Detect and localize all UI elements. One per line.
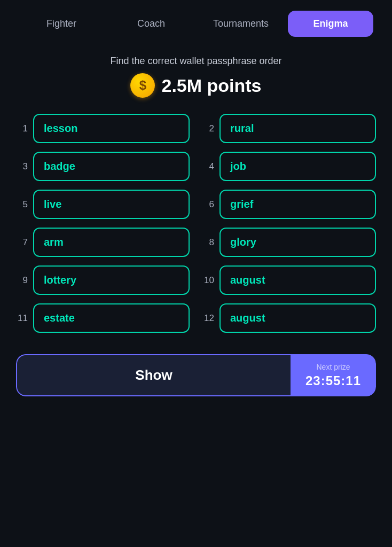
show-button[interactable]: Show bbox=[16, 354, 291, 396]
word-box-8[interactable]: glory bbox=[219, 228, 376, 257]
points-row: $ 2.5M points bbox=[130, 73, 261, 98]
word-item-12: 12august bbox=[202, 303, 376, 333]
subtitle: Find the correct wallet passphrase order bbox=[110, 56, 281, 67]
tab-enigma[interactable]: Enigma bbox=[288, 11, 373, 37]
word-box-1[interactable]: lesson bbox=[33, 114, 190, 143]
word-number-12: 12 bbox=[202, 313, 214, 324]
word-item-5: 5live bbox=[16, 190, 190, 219]
word-item-2: 2rural bbox=[202, 114, 376, 143]
coin-icon: $ bbox=[130, 73, 155, 98]
word-box-5[interactable]: live bbox=[33, 190, 190, 219]
word-item-6: 6grief bbox=[202, 190, 376, 219]
word-item-3: 3badge bbox=[16, 152, 190, 181]
word-item-9: 9lottery bbox=[16, 265, 190, 295]
tab-tournaments[interactable]: Tournaments bbox=[198, 11, 284, 37]
tab-bar: FighterCoachTournamentsEnigma bbox=[0, 0, 392, 45]
word-box-9[interactable]: lottery bbox=[33, 265, 190, 295]
word-item-7: 7arm bbox=[16, 228, 190, 257]
word-number-7: 7 bbox=[16, 237, 28, 248]
bottom-bar: Show Next prize 23:55:11 bbox=[16, 354, 376, 396]
word-number-3: 3 bbox=[16, 161, 28, 172]
word-number-2: 2 bbox=[202, 123, 214, 134]
word-box-3[interactable]: badge bbox=[33, 152, 190, 181]
word-number-5: 5 bbox=[16, 199, 28, 210]
word-grid: 1lesson2rural3badge4job5live6grief7arm8g… bbox=[16, 114, 376, 333]
next-prize-label: Next prize bbox=[316, 363, 350, 371]
next-prize-panel: Next prize 23:55:11 bbox=[291, 354, 376, 396]
word-box-2[interactable]: rural bbox=[219, 114, 376, 143]
word-number-6: 6 bbox=[202, 199, 214, 210]
main-content: Find the correct wallet passphrase order… bbox=[0, 45, 392, 412]
word-number-11: 11 bbox=[16, 313, 28, 324]
word-item-10: 10august bbox=[202, 265, 376, 295]
word-box-4[interactable]: job bbox=[219, 152, 376, 181]
points-label: 2.5M points bbox=[161, 75, 261, 96]
word-item-4: 4job bbox=[202, 152, 376, 181]
word-number-8: 8 bbox=[202, 237, 214, 248]
word-box-12[interactable]: august bbox=[219, 303, 376, 333]
word-number-1: 1 bbox=[16, 123, 28, 134]
word-number-4: 4 bbox=[202, 161, 214, 172]
word-box-7[interactable]: arm bbox=[33, 228, 190, 257]
next-prize-timer: 23:55:11 bbox=[305, 373, 361, 388]
tab-coach[interactable]: Coach bbox=[108, 11, 194, 37]
word-number-9: 9 bbox=[16, 275, 28, 286]
tab-fighter[interactable]: Fighter bbox=[19, 11, 104, 37]
word-item-11: 11estate bbox=[16, 303, 190, 333]
word-box-10[interactable]: august bbox=[219, 265, 376, 295]
word-box-6[interactable]: grief bbox=[219, 190, 376, 219]
word-item-8: 8glory bbox=[202, 228, 376, 257]
word-number-10: 10 bbox=[202, 275, 214, 286]
word-item-1: 1lesson bbox=[16, 114, 190, 143]
word-box-11[interactable]: estate bbox=[33, 303, 190, 333]
